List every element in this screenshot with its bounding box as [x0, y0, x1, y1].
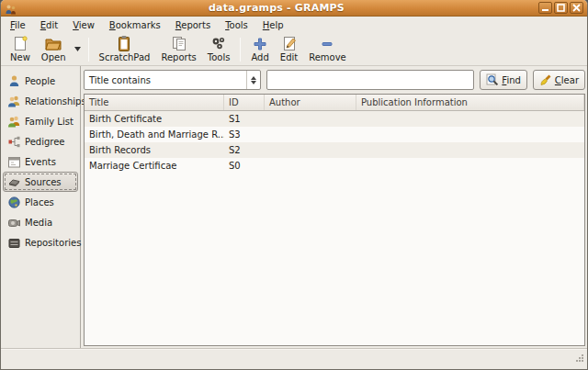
statusbar	[1, 348, 587, 369]
cell-author	[265, 142, 356, 158]
filter-select[interactable]: Title contains	[84, 70, 261, 90]
table-header: Title ID Author Publication Information	[85, 95, 584, 111]
menu-help[interactable]: Help	[255, 17, 291, 34]
sources-table: Title ID Author Publication Information …	[84, 94, 585, 346]
plus-icon	[253, 35, 267, 52]
pedigree-tree-icon	[7, 135, 21, 149]
minimize-icon	[541, 4, 549, 12]
cell-title: Birth Certificate	[85, 111, 224, 127]
cell-publication	[356, 142, 584, 158]
filter-select-value: Title contains	[85, 71, 246, 89]
new-button[interactable]: New	[5, 35, 36, 64]
menubar: File Edit View Bookmarks Reports Tools H…	[1, 17, 587, 34]
column-header-id[interactable]: ID	[224, 95, 265, 110]
sidebar-label: Places	[25, 197, 54, 207]
sidebar-label: Relationships	[25, 96, 86, 107]
sidebar-item-events[interactable]: Events	[3, 151, 78, 172]
tools-button[interactable]: Tools	[202, 35, 236, 64]
maximize-button[interactable]	[554, 2, 568, 14]
cell-author	[265, 111, 356, 127]
sidebar-item-family-list[interactable]: Family List	[3, 111, 78, 131]
minimize-button[interactable]	[538, 2, 552, 14]
find-button[interactable]: Find	[480, 70, 527, 90]
combo-spinner[interactable]	[246, 71, 260, 89]
table-row[interactable]: Birth Certificate S1	[85, 111, 584, 127]
cell-publication	[356, 158, 584, 174]
sidebar-item-media[interactable]: Media	[3, 212, 78, 232]
table-row[interactable]: Marriage Certificae S0	[85, 158, 584, 174]
search-input[interactable]	[266, 70, 474, 90]
reports-icon	[170, 35, 188, 52]
sidebar-label: Pedigree	[25, 137, 65, 147]
toolbar-separator	[88, 38, 89, 62]
sidebar-label: Family List	[25, 117, 74, 127]
sidebar-item-people[interactable]: People	[3, 71, 78, 91]
cell-id: S0	[224, 158, 265, 174]
cell-author	[265, 127, 356, 142]
sidebar-item-places[interactable]: Places	[3, 192, 78, 212]
table-row[interactable]: Birth Records S2	[85, 142, 584, 158]
filter-bar: Title contains Find	[84, 70, 585, 90]
cell-publication	[356, 111, 584, 127]
cell-title: Birth, Death and Marriage R...	[85, 127, 224, 142]
open-menu-button[interactable]	[72, 36, 84, 63]
sidebar-label: Repositories	[25, 238, 81, 248]
content-pane: Title contains Find	[81, 66, 587, 348]
person-icon	[7, 74, 21, 88]
open-button[interactable]: Open	[36, 35, 72, 64]
sidebar-label: Sources	[25, 177, 62, 187]
column-header-title[interactable]: Title	[85, 95, 224, 110]
close-button[interactable]	[570, 2, 583, 14]
scratchpad-icon	[116, 35, 132, 52]
table-row[interactable]: Birth, Death and Marriage R... S3	[85, 127, 584, 142]
cell-id: S3	[224, 127, 265, 142]
media-icon	[7, 216, 21, 230]
reports-button[interactable]: Reports	[155, 35, 201, 64]
column-header-author[interactable]: Author	[265, 95, 356, 110]
edit-button[interactable]: Edit	[275, 35, 303, 64]
cabinet-icon	[7, 236, 21, 250]
menu-edit[interactable]: Edit	[33, 17, 65, 34]
open-folder-icon	[43, 35, 63, 52]
cell-author	[265, 158, 356, 174]
spin-up-icon	[251, 76, 256, 80]
resize-grip-icon	[574, 353, 584, 363]
cell-title: Birth Records	[85, 142, 224, 158]
gramps-app-icon	[5, 2, 17, 14]
sidebar-item-sources[interactable]: Sources	[3, 172, 78, 192]
chevron-down-icon	[74, 47, 81, 51]
column-header-publication[interactable]: Publication Information	[356, 95, 584, 110]
sidebar-label: Events	[25, 157, 56, 167]
calendar-icon	[7, 155, 21, 169]
sidebar-label: Media	[25, 218, 52, 228]
titlebar[interactable]: data.gramps - GRAMPS	[1, 0, 587, 17]
sidebar-item-pedigree[interactable]: Pedigree	[3, 131, 78, 151]
minus-icon	[320, 35, 334, 52]
edit-pencil-icon	[281, 35, 298, 52]
resize-grip[interactable]	[574, 349, 584, 366]
remove-button[interactable]: Remove	[303, 35, 352, 64]
menu-bookmarks[interactable]: Bookmarks	[102, 17, 168, 34]
maximize-icon	[557, 4, 565, 12]
clear-button[interactable]: Clear	[533, 70, 585, 90]
menu-reports[interactable]: Reports	[168, 17, 218, 34]
find-icon	[486, 73, 499, 86]
clear-broom-icon	[539, 73, 552, 86]
scratchpad-button[interactable]: ScratchPad	[94, 35, 156, 64]
menu-tools[interactable]: Tools	[218, 17, 255, 34]
gramps-window: data.gramps - GRAMPS File Edit View Book…	[0, 0, 588, 370]
menu-view[interactable]: View	[65, 17, 102, 34]
toolbar-separator	[240, 38, 241, 62]
new-document-icon	[11, 35, 29, 52]
two-people-icon	[7, 95, 21, 108]
add-button[interactable]: Add	[245, 35, 274, 64]
sidebar: People Relationships Family List Pedigre…	[1, 66, 81, 348]
sidebar-item-repositories[interactable]: Repositories	[3, 232, 78, 252]
toolbar: New Open ScratchPad Reports	[1, 34, 587, 66]
family-icon	[7, 115, 21, 129]
close-icon	[572, 4, 581, 12]
sidebar-label: People	[25, 76, 55, 86]
gears-icon	[209, 35, 228, 52]
menu-file[interactable]: File	[3, 17, 33, 34]
sidebar-item-relationships[interactable]: Relationships	[3, 91, 78, 111]
